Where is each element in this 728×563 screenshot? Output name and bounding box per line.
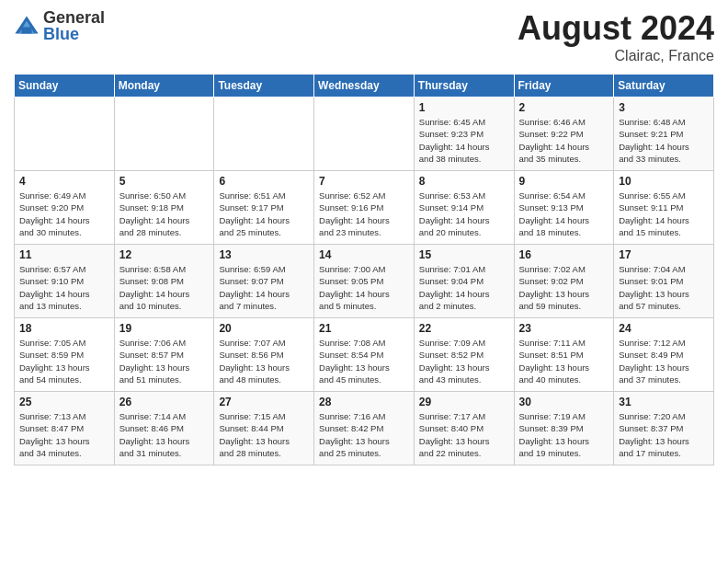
day-info: Sunrise: 6:55 AM Sunset: 9:11 PM Dayligh… [619,190,709,238]
calendar-week-1: 1Sunrise: 6:45 AM Sunset: 9:23 PM Daylig… [15,98,714,171]
calendar-cell: 31Sunrise: 7:20 AM Sunset: 8:37 PM Dayli… [614,392,714,465]
calendar-cell: 20Sunrise: 7:07 AM Sunset: 8:56 PM Dayli… [214,318,314,392]
day-info: Sunrise: 7:09 AM Sunset: 8:52 PM Dayligh… [419,337,509,385]
day-info: Sunrise: 7:16 AM Sunset: 8:42 PM Dayligh… [319,410,409,459]
header-tuesday: Tuesday [214,75,314,98]
day-info: Sunrise: 6:46 AM Sunset: 9:22 PM Dayligh… [519,116,609,165]
calendar-cell: 21Sunrise: 7:08 AM Sunset: 8:54 PM Dayli… [314,318,415,392]
day-number: 28 [319,396,409,408]
calendar-cell: 10Sunrise: 6:55 AM Sunset: 9:11 PM Dayli… [614,171,714,245]
day-number: 20 [219,322,309,335]
calendar-week-3: 11Sunrise: 6:57 AM Sunset: 9:10 PM Dayli… [15,245,714,318]
day-info: Sunrise: 7:12 AM Sunset: 8:49 PM Dayligh… [619,337,709,385]
day-number: 2 [519,101,609,114]
calendar-cell: 2Sunrise: 6:46 AM Sunset: 9:22 PM Daylig… [514,98,614,171]
day-number: 29 [419,396,509,408]
title-block: August 2024 Clairac, France [518,9,714,64]
day-number: 18 [19,322,109,335]
day-number: 15 [419,248,509,261]
calendar-cell: 12Sunrise: 6:58 AM Sunset: 9:08 PM Dayli… [114,245,214,318]
day-info: Sunrise: 7:00 AM Sunset: 9:05 PM Dayligh… [319,263,409,312]
calendar-week-4: 18Sunrise: 7:05 AM Sunset: 8:59 PM Dayli… [15,318,714,392]
calendar-cell: 23Sunrise: 7:11 AM Sunset: 8:51 PM Dayli… [514,318,614,392]
calendar-cell [114,98,214,171]
day-info: Sunrise: 7:13 AM Sunset: 8:47 PM Dayligh… [19,410,109,459]
calendar-cell: 9Sunrise: 6:54 AM Sunset: 9:13 PM Daylig… [514,171,614,245]
calendar-cell: 11Sunrise: 6:57 AM Sunset: 9:10 PM Dayli… [15,245,115,318]
day-info: Sunrise: 6:57 AM Sunset: 9:10 PM Dayligh… [19,263,109,312]
calendar-cell: 7Sunrise: 6:52 AM Sunset: 9:16 PM Daylig… [314,171,415,245]
day-number: 25 [19,396,109,408]
calendar-cell: 22Sunrise: 7:09 AM Sunset: 8:52 PM Dayli… [414,318,514,392]
header-thursday: Thursday [414,75,514,98]
header-sunday: Sunday [15,75,115,98]
calendar-cell [15,98,115,171]
day-info: Sunrise: 7:05 AM Sunset: 8:59 PM Dayligh… [19,337,109,385]
calendar-cell: 15Sunrise: 7:01 AM Sunset: 9:04 PM Dayli… [414,245,514,318]
day-number: 13 [219,248,309,261]
day-number: 19 [119,322,210,335]
day-info: Sunrise: 6:45 AM Sunset: 9:23 PM Dayligh… [419,116,509,165]
day-info: Sunrise: 7:02 AM Sunset: 9:02 PM Dayligh… [519,263,609,312]
calendar-title: August 2024 [518,9,714,48]
calendar-header-row: SundayMondayTuesdayWednesdayThursdayFrid… [15,75,714,98]
day-info: Sunrise: 7:01 AM Sunset: 9:04 PM Dayligh… [419,263,509,312]
day-number: 1 [419,101,509,114]
day-number: 11 [19,248,109,261]
day-number: 14 [319,248,409,261]
calendar-cell: 4Sunrise: 6:49 AM Sunset: 9:20 PM Daylig… [15,171,115,245]
calendar-cell: 26Sunrise: 7:14 AM Sunset: 8:46 PM Dayli… [114,392,214,465]
calendar-cell: 28Sunrise: 7:16 AM Sunset: 8:42 PM Dayli… [314,392,415,465]
day-info: Sunrise: 7:04 AM Sunset: 9:01 PM Dayligh… [619,263,709,312]
calendar-cell: 19Sunrise: 7:06 AM Sunset: 8:57 PM Dayli… [114,318,214,392]
calendar-cell: 25Sunrise: 7:13 AM Sunset: 8:47 PM Dayli… [15,392,115,465]
day-info: Sunrise: 7:17 AM Sunset: 8:40 PM Dayligh… [419,410,509,459]
day-number: 10 [619,175,709,188]
calendar-cell: 29Sunrise: 7:17 AM Sunset: 8:40 PM Dayli… [414,392,514,465]
day-number: 16 [519,248,609,261]
day-info: Sunrise: 6:52 AM Sunset: 9:16 PM Dayligh… [319,190,409,238]
day-number: 8 [419,175,509,188]
day-number: 12 [119,248,210,261]
day-info: Sunrise: 7:06 AM Sunset: 8:57 PM Dayligh… [119,337,210,385]
day-number: 30 [519,396,609,408]
day-number: 24 [619,322,709,335]
logo: General Blue [14,9,105,42]
logo-blue-text: Blue [43,26,105,42]
day-info: Sunrise: 7:20 AM Sunset: 8:37 PM Dayligh… [619,410,709,459]
day-number: 3 [619,101,709,114]
calendar-cell: 3Sunrise: 6:48 AM Sunset: 9:21 PM Daylig… [614,98,714,171]
calendar-week-2: 4Sunrise: 6:49 AM Sunset: 9:20 PM Daylig… [15,171,714,245]
calendar-cell [214,98,314,171]
svg-rect-2 [21,27,31,33]
header-monday: Monday [114,75,214,98]
calendar-cell: 27Sunrise: 7:15 AM Sunset: 8:44 PM Dayli… [214,392,314,465]
day-number: 22 [419,322,509,335]
day-number: 17 [619,248,709,261]
day-info: Sunrise: 7:07 AM Sunset: 8:56 PM Dayligh… [219,337,309,385]
day-info: Sunrise: 6:51 AM Sunset: 9:17 PM Dayligh… [219,190,309,238]
day-number: 26 [119,396,210,408]
calendar-cell: 30Sunrise: 7:19 AM Sunset: 8:39 PM Dayli… [514,392,614,465]
calendar-cell: 8Sunrise: 6:53 AM Sunset: 9:14 PM Daylig… [414,171,514,245]
day-info: Sunrise: 6:58 AM Sunset: 9:08 PM Dayligh… [119,263,210,312]
page-header: General Blue August 2024 Clairac, France [14,9,714,64]
calendar-week-5: 25Sunrise: 7:13 AM Sunset: 8:47 PM Dayli… [15,392,714,465]
day-info: Sunrise: 6:49 AM Sunset: 9:20 PM Dayligh… [19,190,109,238]
calendar-cell: 6Sunrise: 6:51 AM Sunset: 9:17 PM Daylig… [214,171,314,245]
day-number: 9 [519,175,609,188]
calendar-cell [314,98,415,171]
header-wednesday: Wednesday [314,75,415,98]
day-info: Sunrise: 6:59 AM Sunset: 9:07 PM Dayligh… [219,263,309,312]
day-info: Sunrise: 6:48 AM Sunset: 9:21 PM Dayligh… [619,116,709,165]
day-info: Sunrise: 7:19 AM Sunset: 8:39 PM Dayligh… [519,410,609,459]
calendar-location: Clairac, France [518,48,714,64]
day-info: Sunrise: 7:15 AM Sunset: 8:44 PM Dayligh… [219,410,309,459]
day-number: 4 [19,175,109,188]
logo-general-text: General [43,9,105,26]
day-number: 7 [319,175,409,188]
day-number: 5 [119,175,210,188]
calendar-cell: 24Sunrise: 7:12 AM Sunset: 8:49 PM Dayli… [614,318,714,392]
calendar-cell: 17Sunrise: 7:04 AM Sunset: 9:01 PM Dayli… [614,245,714,318]
day-info: Sunrise: 7:11 AM Sunset: 8:51 PM Dayligh… [519,337,609,385]
